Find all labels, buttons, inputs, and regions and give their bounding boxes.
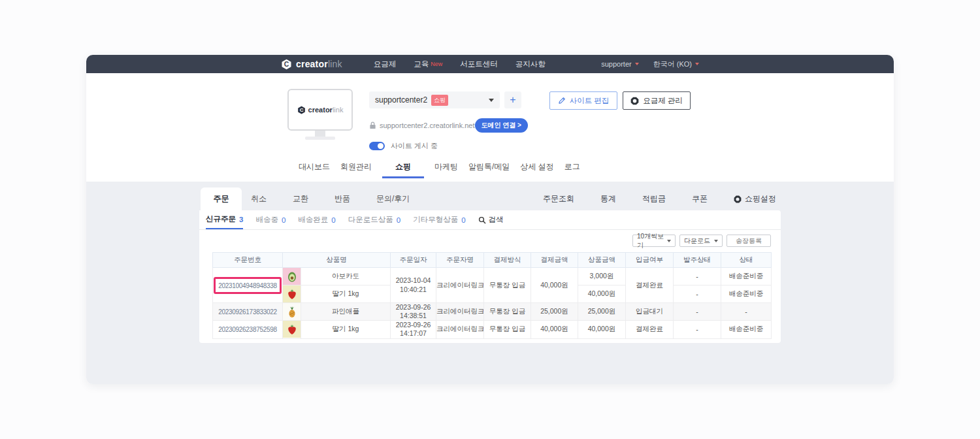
menu-education[interactable]: 교육New xyxy=(414,59,442,69)
pay-amount: 40,000원 xyxy=(531,321,578,338)
page-size-select[interactable]: 10개씩보기 xyxy=(632,235,676,247)
chevron-down-icon xyxy=(695,63,699,65)
filter-shipping[interactable]: 배송중0 xyxy=(255,210,286,229)
manage-plan-button[interactable]: 요금제 관리 xyxy=(623,91,691,110)
customer-name: 크리에이터링크1 xyxy=(436,321,484,338)
filter-download-products[interactable]: 다운로드상품0 xyxy=(348,210,400,229)
creatorlink-hexagon-icon: C xyxy=(281,59,292,70)
order-state: - xyxy=(674,268,721,285)
orders-panel: 신규주문3 배송중0 배송완료0 다운로드상품0 기타무형상품0 검색 10개씩… xyxy=(199,210,781,343)
gear-icon xyxy=(734,195,742,203)
strawberry-product-image xyxy=(283,285,301,302)
top-menu: 요금제 교육New 서포트센터 공지사항 xyxy=(374,59,546,69)
toggle-knob xyxy=(378,143,384,149)
page: C creatorlink 요금제 교육New 서포트센터 공지사항 suppo… xyxy=(0,0,980,439)
customer-name: 크리에이터링크1 xyxy=(436,268,484,303)
brand-name: creatorlink xyxy=(296,59,342,69)
gear-icon xyxy=(630,97,639,105)
tab-shopping[interactable]: 쇼핑 xyxy=(382,161,424,178)
product-thumb-cell xyxy=(283,268,301,285)
search-button[interactable]: 검색 xyxy=(478,210,504,229)
site-block: supportcenter2 쇼핑 + supportcenter2.creat… xyxy=(369,91,521,151)
creatorlink-logo[interactable]: C creatorlink xyxy=(281,59,342,70)
order-date: 2023-10-0410:40:21 xyxy=(391,268,436,303)
order-state: - xyxy=(674,321,721,338)
invoice-register-button[interactable]: 송장등록 xyxy=(727,235,771,247)
monitor-brand: creatorlink xyxy=(308,106,344,114)
publish-toggle[interactable] xyxy=(369,142,385,150)
link-points[interactable]: 적립금 xyxy=(642,193,666,204)
product-name: 아보카도 xyxy=(301,268,391,285)
shop-tab-return[interactable]: 반품 xyxy=(335,193,350,204)
shop-tab-exchange[interactable]: 교환 xyxy=(293,193,308,204)
admin-window: C creatorlink 요금제 교육New 서포트센터 공지사항 suppo… xyxy=(86,55,894,384)
orders-table: 주문번호 상품명 주문일자 주문자명 결제방식 결제금액 상품금액 입금여부 발… xyxy=(212,252,772,339)
order-number-cell[interactable]: 20231004948948338 xyxy=(213,268,283,303)
new-badge: New xyxy=(431,61,442,67)
tab-dashboard[interactable]: 대시보드 xyxy=(299,161,330,178)
top-account: supporter 한국어 (KO) xyxy=(601,59,699,69)
col-product-amount: 상품금액 xyxy=(578,253,626,268)
tab-log[interactable]: 로그 xyxy=(564,161,580,178)
order-number-cell[interactable]: 20230926173833022 xyxy=(213,303,283,321)
product-amount: 40,000원 xyxy=(578,321,626,338)
deposit-status[interactable]: 결제완료 xyxy=(626,321,674,338)
link-order-lookup[interactable]: 주문조회 xyxy=(543,193,574,204)
pay-amount: 25,000원 xyxy=(531,303,578,321)
table-row[interactable]: 20230926173833022 파인애플 2023-09-2614:38:5… xyxy=(213,303,772,321)
deposit-status[interactable]: 결제완료 xyxy=(626,268,674,303)
shop-tab-orders[interactable]: 주문 xyxy=(201,187,242,210)
filter-new-orders[interactable]: 신규주문3 xyxy=(206,210,243,229)
menu-support-center[interactable]: 서포트센터 xyxy=(460,59,498,69)
monitor-screen: C creatorlink xyxy=(287,89,353,131)
col-order-state: 발주상태 xyxy=(674,253,721,268)
link-coupons[interactable]: 쿠폰 xyxy=(692,193,708,204)
deposit-status[interactable]: 입금대기 xyxy=(626,303,674,321)
filter-delivered[interactable]: 배송완료0 xyxy=(298,210,335,229)
chevron-down-icon xyxy=(667,240,671,242)
pencil-icon xyxy=(558,97,566,105)
monitor-base xyxy=(305,137,335,140)
shop-tab-cancel[interactable]: 취소 xyxy=(251,193,267,204)
chevron-down-icon xyxy=(635,63,639,65)
pay-method: 무통장 입금 xyxy=(484,321,531,338)
account-dropdown[interactable]: supporter xyxy=(601,60,638,68)
shop-links: 주문조회 통계 적립금 쿠폰 쇼핑설정 xyxy=(543,187,776,210)
tab-settings[interactable]: 상세 설정 xyxy=(520,161,553,178)
link-statistics[interactable]: 통계 xyxy=(600,193,616,204)
language-dropdown[interactable]: 한국어 (KO) xyxy=(653,59,699,69)
pineapple-product-image xyxy=(283,303,301,320)
highlight-box: 20231004948948338 xyxy=(214,277,281,294)
connect-domain-button[interactable]: 도메인 연결 > xyxy=(475,118,528,133)
site-selector[interactable]: supportcenter2 쇼핑 xyxy=(369,91,500,108)
order-number-cell[interactable]: 20230926238752598 xyxy=(213,321,283,338)
chevron-down-icon xyxy=(714,240,718,242)
svg-text:C: C xyxy=(299,107,303,113)
order-date: 2023-09-2614:17:07 xyxy=(391,321,436,338)
order-date: 2023-09-2614:38:51 xyxy=(391,303,436,321)
tab-marketing[interactable]: 마케팅 xyxy=(434,161,458,178)
monitor-stand xyxy=(315,131,325,137)
product-thumb-cell xyxy=(283,303,301,321)
topbar: C creatorlink 요금제 교육New 서포트센터 공지사항 suppo… xyxy=(86,55,894,73)
tab-members[interactable]: 회원관리 xyxy=(340,161,372,178)
delivery-state: 배송준비중 xyxy=(721,285,772,303)
filter-other-intangible[interactable]: 기타무형상품0 xyxy=(413,210,465,229)
creatorlink-hexagon-icon: C xyxy=(297,106,306,114)
shop-tab-inquiry-review[interactable]: 문의/후기 xyxy=(376,193,410,204)
download-select[interactable]: 다운로드 xyxy=(679,235,723,247)
strawberry-product-image xyxy=(283,321,301,338)
pay-method: 무통장 입금 xyxy=(484,303,531,321)
shop-tabs: 취소 교환 반품 문의/후기 xyxy=(251,187,410,210)
table-row[interactable]: 20231004948948338 아보카도 2023-10-0410:40:2… xyxy=(213,268,772,285)
add-site-button[interactable]: + xyxy=(504,91,521,108)
menu-pricing[interactable]: 요금제 xyxy=(374,59,397,69)
link-shop-settings[interactable]: 쇼핑설정 xyxy=(734,193,776,204)
tab-notifications[interactable]: 알림톡/메일 xyxy=(468,161,510,178)
menu-notice[interactable]: 공지사항 xyxy=(515,59,546,69)
search-icon xyxy=(478,216,486,224)
pay-method: 무통장 입금 xyxy=(484,268,531,303)
edit-site-button[interactable]: 사이트 편집 xyxy=(549,91,617,110)
table-header-row: 주문번호 상품명 주문일자 주문자명 결제방식 결제금액 상품금액 입금여부 발… xyxy=(213,253,772,268)
table-row[interactable]: 20230926238752598 딸기 1kg 2023-09-2614:17… xyxy=(213,321,772,338)
